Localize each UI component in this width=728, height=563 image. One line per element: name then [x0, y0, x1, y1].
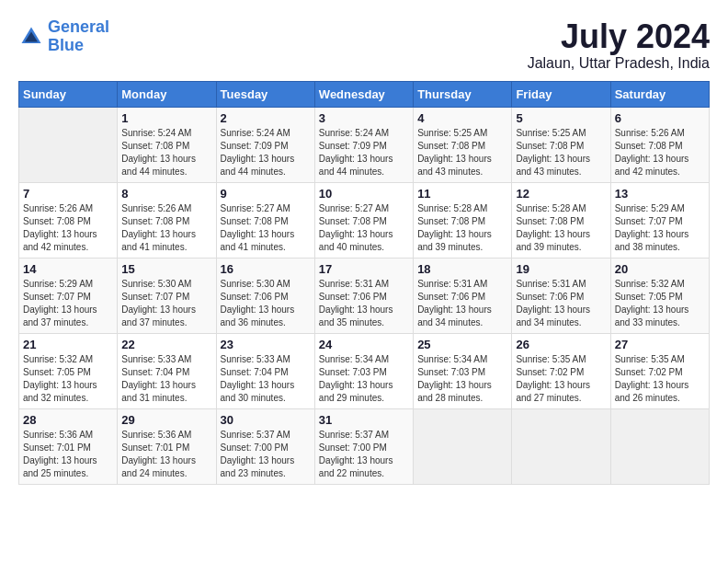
calendar-header-wednesday: Wednesday [314, 81, 413, 107]
logo: General Blue [18, 18, 109, 55]
day-detail: Sunrise: 5:31 AMSunset: 7:06 PMDaylight:… [417, 278, 507, 329]
day-detail: Sunrise: 5:36 AMSunset: 7:01 PMDaylight:… [23, 429, 113, 480]
day-number: 2 [221, 111, 311, 125]
calendar-cell: 14Sunrise: 5:29 AMSunset: 7:07 PMDayligh… [19, 258, 118, 333]
calendar-week-3: 14Sunrise: 5:29 AMSunset: 7:07 PMDayligh… [19, 258, 710, 333]
day-detail: Sunrise: 5:30 AMSunset: 7:06 PMDaylight:… [221, 278, 311, 329]
day-detail: Sunrise: 5:37 AMSunset: 7:00 PMDaylight:… [221, 429, 311, 480]
day-number: 17 [319, 262, 409, 276]
day-detail: Sunrise: 5:33 AMSunset: 7:04 PMDaylight:… [221, 353, 311, 405]
day-detail: Sunrise: 5:30 AMSunset: 7:07 PMDaylight:… [121, 278, 211, 329]
day-detail: Sunrise: 5:26 AMSunset: 7:08 PMDaylight:… [23, 202, 113, 254]
day-number: 16 [221, 262, 311, 276]
calendar-cell [512, 408, 610, 484]
day-number: 3 [319, 111, 409, 125]
day-number: 5 [516, 111, 606, 125]
calendar-cell: 22Sunrise: 5:33 AMSunset: 7:04 PMDayligh… [118, 333, 216, 408]
calendar-cell: 28Sunrise: 5:36 AMSunset: 7:01 PMDayligh… [19, 408, 118, 484]
day-detail: Sunrise: 5:31 AMSunset: 7:06 PMDaylight:… [516, 278, 606, 329]
day-detail: Sunrise: 5:35 AMSunset: 7:02 PMDaylight:… [615, 353, 705, 405]
calendar-cell: 24Sunrise: 5:34 AMSunset: 7:03 PMDayligh… [314, 333, 413, 408]
calendar-cell: 25Sunrise: 5:34 AMSunset: 7:03 PMDayligh… [414, 333, 512, 408]
day-detail: Sunrise: 5:29 AMSunset: 7:07 PMDaylight:… [615, 202, 705, 254]
day-detail: Sunrise: 5:33 AMSunset: 7:04 PMDaylight:… [121, 353, 211, 405]
day-number: 23 [221, 338, 311, 351]
calendar-week-5: 28Sunrise: 5:36 AMSunset: 7:01 PMDayligh… [19, 408, 710, 484]
day-detail: Sunrise: 5:28 AMSunset: 7:08 PMDaylight:… [417, 202, 507, 254]
calendar-cell: 21Sunrise: 5:32 AMSunset: 7:05 PMDayligh… [19, 333, 118, 408]
day-detail: Sunrise: 5:34 AMSunset: 7:03 PMDaylight:… [417, 353, 507, 405]
day-number: 6 [615, 111, 705, 125]
day-number: 29 [121, 413, 211, 427]
day-number: 26 [516, 338, 606, 351]
month-year: July 2024 [528, 18, 710, 55]
day-detail: Sunrise: 5:32 AMSunset: 7:05 PMDaylight:… [23, 353, 113, 405]
day-number: 13 [615, 187, 705, 201]
day-detail: Sunrise: 5:25 AMSunset: 7:08 PMDaylight:… [516, 127, 606, 178]
logo-line1: General [48, 17, 109, 36]
day-number: 18 [417, 262, 507, 276]
calendar-cell [414, 408, 512, 484]
day-number: 24 [319, 338, 409, 351]
calendar-cell: 15Sunrise: 5:30 AMSunset: 7:07 PMDayligh… [118, 258, 216, 333]
day-number: 7 [23, 187, 113, 201]
calendar-cell: 10Sunrise: 5:27 AMSunset: 7:08 PMDayligh… [314, 182, 413, 258]
day-number: 10 [319, 187, 409, 201]
calendar-header-saturday: Saturday [610, 81, 709, 107]
calendar-cell: 31Sunrise: 5:37 AMSunset: 7:00 PMDayligh… [314, 408, 413, 484]
day-number: 14 [23, 262, 113, 276]
day-detail: Sunrise: 5:25 AMSunset: 7:08 PMDaylight:… [417, 127, 507, 178]
calendar-cell: 7Sunrise: 5:26 AMSunset: 7:08 PMDaylight… [19, 182, 118, 258]
calendar-cell: 9Sunrise: 5:27 AMSunset: 7:08 PMDaylight… [216, 182, 314, 258]
calendar-cell: 3Sunrise: 5:24 AMSunset: 7:09 PMDaylight… [314, 107, 413, 182]
day-number: 1 [121, 111, 211, 125]
page-header: General Blue July 2024 Jalaun, Uttar Pra… [18, 18, 710, 72]
day-detail: Sunrise: 5:36 AMSunset: 7:01 PMDaylight:… [121, 429, 211, 480]
calendar-cell: 18Sunrise: 5:31 AMSunset: 7:06 PMDayligh… [414, 258, 512, 333]
calendar-cell: 23Sunrise: 5:33 AMSunset: 7:04 PMDayligh… [216, 333, 314, 408]
day-detail: Sunrise: 5:34 AMSunset: 7:03 PMDaylight:… [319, 353, 409, 405]
calendar-cell: 13Sunrise: 5:29 AMSunset: 7:07 PMDayligh… [610, 182, 709, 258]
calendar-header-friday: Friday [512, 81, 610, 107]
calendar-cell: 2Sunrise: 5:24 AMSunset: 7:09 PMDaylight… [216, 107, 314, 182]
day-number: 11 [417, 187, 507, 201]
calendar-cell: 30Sunrise: 5:37 AMSunset: 7:00 PMDayligh… [216, 408, 314, 484]
day-detail: Sunrise: 5:27 AMSunset: 7:08 PMDaylight:… [319, 202, 409, 254]
calendar-header-thursday: Thursday [414, 81, 512, 107]
day-number: 20 [615, 262, 705, 276]
calendar-cell: 19Sunrise: 5:31 AMSunset: 7:06 PMDayligh… [512, 258, 610, 333]
day-detail: Sunrise: 5:24 AMSunset: 7:09 PMDaylight:… [221, 127, 311, 178]
calendar-cell: 4Sunrise: 5:25 AMSunset: 7:08 PMDaylight… [414, 107, 512, 182]
day-number: 19 [516, 262, 606, 276]
day-detail: Sunrise: 5:32 AMSunset: 7:05 PMDaylight:… [615, 278, 705, 329]
title-block: July 2024 Jalaun, Uttar Pradesh, India [528, 18, 710, 72]
calendar-cell: 1Sunrise: 5:24 AMSunset: 7:08 PMDaylight… [118, 107, 216, 182]
day-detail: Sunrise: 5:24 AMSunset: 7:08 PMDaylight:… [121, 127, 211, 178]
day-number: 21 [23, 338, 113, 351]
day-number: 22 [121, 338, 211, 351]
day-detail: Sunrise: 5:35 AMSunset: 7:02 PMDaylight:… [516, 353, 606, 405]
day-number: 15 [121, 262, 211, 276]
day-number: 30 [221, 413, 311, 427]
calendar-cell [19, 107, 118, 182]
logo-text: General Blue [48, 18, 109, 55]
calendar-cell [610, 408, 709, 484]
calendar-cell: 20Sunrise: 5:32 AMSunset: 7:05 PMDayligh… [610, 258, 709, 333]
location: Jalaun, Uttar Pradesh, India [528, 55, 710, 72]
day-detail: Sunrise: 5:28 AMSunset: 7:08 PMDaylight:… [516, 202, 606, 254]
day-detail: Sunrise: 5:27 AMSunset: 7:08 PMDaylight:… [221, 202, 311, 254]
calendar-cell: 11Sunrise: 5:28 AMSunset: 7:08 PMDayligh… [414, 182, 512, 258]
day-detail: Sunrise: 5:26 AMSunset: 7:08 PMDaylight:… [615, 127, 705, 178]
calendar-cell: 8Sunrise: 5:26 AMSunset: 7:08 PMDaylight… [118, 182, 216, 258]
day-detail: Sunrise: 5:37 AMSunset: 7:00 PMDaylight:… [319, 429, 409, 480]
calendar-table: SundayMondayTuesdayWednesdayThursdayFrid… [18, 81, 710, 485]
calendar-week-1: 1Sunrise: 5:24 AMSunset: 7:08 PMDaylight… [19, 107, 710, 182]
calendar-cell: 26Sunrise: 5:35 AMSunset: 7:02 PMDayligh… [512, 333, 610, 408]
day-detail: Sunrise: 5:31 AMSunset: 7:06 PMDaylight:… [319, 278, 409, 329]
logo-line2: Blue [48, 37, 109, 55]
day-detail: Sunrise: 5:29 AMSunset: 7:07 PMDaylight:… [23, 278, 113, 329]
day-number: 4 [417, 111, 507, 125]
day-number: 12 [516, 187, 606, 201]
day-number: 25 [417, 338, 507, 351]
calendar-body: 1Sunrise: 5:24 AMSunset: 7:08 PMDaylight… [19, 107, 710, 484]
